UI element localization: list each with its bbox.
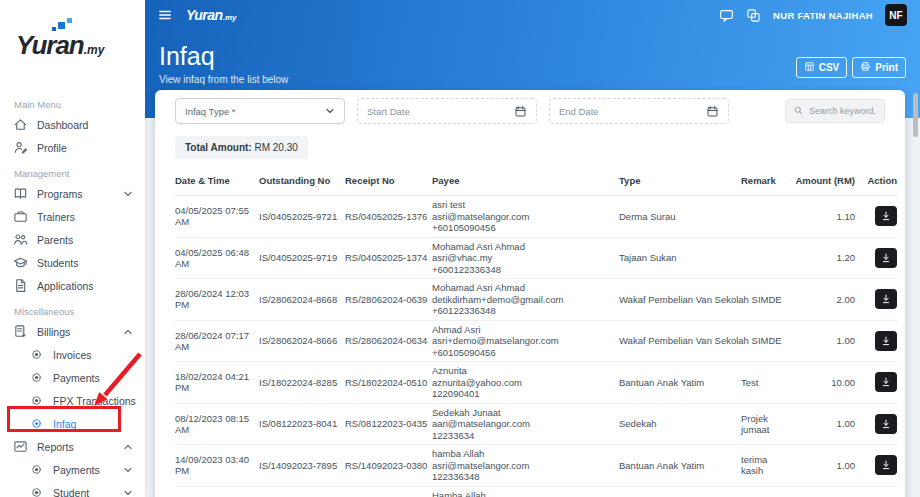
payee-phone: +600122336348: [432, 264, 615, 276]
cell-remark: Test: [741, 377, 789, 388]
cell-datetime: 18/02/2024 04:21 PM: [175, 371, 255, 393]
sidebar-item-label: Payments: [53, 372, 100, 384]
radio-icon: [28, 416, 44, 431]
cell-type: Wakaf Pembelian Van Sekolah SIMDE: [619, 294, 737, 305]
download-button[interactable]: [875, 206, 897, 226]
cell-payee: hamba Allah asri@matselangor.com 1223363…: [432, 448, 615, 483]
csv-button[interactable]: CSV: [796, 57, 848, 78]
avatar[interactable]: NF: [885, 4, 907, 26]
payee-name: Sedekah Junaat: [432, 407, 615, 419]
logo-accent-square: [58, 22, 65, 29]
sidebar-item-billings[interactable]: Billings: [0, 320, 145, 343]
sidebar-item-fpx-transactions[interactable]: FPX Transactions: [0, 389, 145, 412]
hamburger-icon[interactable]: [158, 8, 172, 22]
chevron-down-icon: [123, 465, 133, 475]
sidebar-item-students[interactable]: Students: [0, 251, 145, 274]
cell-datetime: 28/06/2024 12:03 PM: [175, 288, 255, 310]
people-icon: [12, 232, 28, 247]
sidebar-item-label: Student: [53, 487, 89, 497]
infaq-type-placeholder: Infaq Type *: [185, 106, 236, 117]
sidebar-item-parents[interactable]: Parents: [0, 228, 145, 251]
sidebar-item-trainers[interactable]: Trainers: [0, 205, 145, 228]
sidebar-item-payments[interactable]: Payments: [0, 366, 145, 389]
cell-datetime: 28/06/2024 07:17 AM: [175, 330, 255, 352]
csv-icon: [804, 61, 815, 74]
sidebar-item-applications[interactable]: Applications: [0, 274, 145, 297]
cell-datetime: 08/12/2023 08:15 AM: [175, 413, 255, 435]
sidebar: Yuran.my Main Menu Dashboard Profile Man…: [0, 0, 145, 497]
cell-receipt-no: RS/14092023-0380: [345, 460, 428, 471]
cell-datetime: 04/05/2025 06:48 AM: [175, 247, 255, 269]
table-row: 18/02/2024 04:21 PM IS/18022024-8285 RS/…: [175, 362, 897, 404]
payee-phone: 12233634: [432, 430, 615, 442]
sidebar-item-label: Students: [37, 257, 78, 269]
cell-action: [859, 414, 897, 434]
download-button[interactable]: [875, 372, 897, 392]
chat-icon[interactable]: [719, 8, 734, 23]
billings-submenu: Invoices Payments FPX Transactions Infaq: [0, 343, 145, 435]
sidebar-item-label: Profile: [37, 142, 67, 154]
sidebar-item-profile[interactable]: Profile: [0, 136, 145, 159]
cell-payee: Mohamad Asri Ahmad detikdirham+demo@gmai…: [432, 282, 615, 317]
cell-amount: 2.00: [793, 294, 855, 305]
cell-type: Tajaan Sukan: [619, 252, 737, 263]
table-row: 28/06/2024 07:17 AM IS/28062024-8666 RS/…: [175, 321, 897, 363]
cell-amount: 1.10: [793, 211, 855, 222]
radio-icon: [28, 485, 44, 497]
page-title: Infaq: [159, 42, 906, 71]
logo-text: Yuran.my: [16, 30, 104, 61]
payee-email: asri@matselangor.com: [432, 460, 615, 472]
payee-name: Mohamad Asri Ahmad: [432, 282, 615, 294]
infaq-type-select[interactable]: Infaq Type *: [175, 98, 345, 124]
sidebar-item-invoices[interactable]: Invoices: [0, 343, 145, 366]
cell-action: [859, 455, 897, 475]
col-header-receipt-no: Receipt No: [345, 175, 428, 186]
sidebar-item-label: Dashboard: [37, 119, 88, 131]
sidebar-item-label: Billings: [37, 326, 70, 338]
search-icon: [793, 102, 804, 120]
content-card: Infaq Type * Start Date End Date Total A…: [155, 90, 905, 497]
page-subtitle: View infaq from the list below: [159, 74, 906, 85]
start-date-field[interactable]: Start Date: [357, 98, 537, 124]
cell-type: Sedekah: [619, 418, 737, 429]
table-header-row: Date & Time Outstanding No Receipt No Pa…: [175, 169, 897, 196]
download-button[interactable]: [875, 289, 897, 309]
sidebar-item-reports-student[interactable]: Student: [0, 481, 145, 497]
cell-outstanding-no: IS/08122023-8041: [259, 418, 341, 429]
cell-action: [859, 372, 897, 392]
sidebar-item-reports-payments[interactable]: Payments: [0, 458, 145, 481]
sidebar-item-programs[interactable]: Programs: [0, 182, 145, 205]
col-header-type: Type: [619, 175, 737, 186]
sidebar-item-infaq[interactable]: Infaq: [0, 412, 145, 435]
end-date-field[interactable]: End Date: [549, 98, 729, 124]
payee-email: aznurita@yahoo.com: [432, 377, 615, 389]
table-body: 04/05/2025 07:55 AM IS/04052025-9721 RS/…: [175, 196, 897, 497]
download-button[interactable]: [875, 455, 897, 475]
chevron-down-icon: [325, 106, 335, 116]
cell-receipt-no: RS/04052025-1376: [345, 211, 428, 222]
person-edit-icon: [12, 140, 28, 155]
book-icon: [12, 186, 28, 201]
cell-amount: 1.00: [793, 460, 855, 471]
cell-outstanding-no: IS/14092023-7895: [259, 460, 341, 471]
table-row: 08/12/2023 08:15 AM IS/08122023-8041 RS/…: [175, 404, 897, 446]
download-button[interactable]: [875, 414, 897, 434]
print-button[interactable]: Print: [852, 57, 906, 78]
chevron-up-icon: [123, 327, 133, 337]
download-button[interactable]: [875, 248, 897, 268]
payee-name: Aznurita: [432, 365, 615, 377]
translate-icon[interactable]: [746, 8, 761, 23]
cell-remark: terima kasih: [741, 454, 789, 476]
sidebar-item-dashboard[interactable]: Dashboard: [0, 113, 145, 136]
search-input[interactable]: [809, 106, 877, 116]
printer-icon: [860, 61, 871, 74]
cell-payee: Hamba Allah asri+hamba@matselangor.com 1…: [432, 490, 615, 497]
payee-email: asri+demo@matselangor.com: [432, 335, 615, 347]
sidebar-item-reports[interactable]: Reports: [0, 435, 145, 458]
cell-payee: Sedekah Junaat aari@matselangor.com 1223…: [432, 407, 615, 442]
download-button[interactable]: [875, 331, 897, 351]
cell-outstanding-no: IS/04052025-9721: [259, 211, 341, 222]
calendar-icon: [514, 105, 527, 118]
scrollbar-thumb[interactable]: [913, 93, 918, 137]
sidebar-section-management: Management: [0, 159, 145, 182]
